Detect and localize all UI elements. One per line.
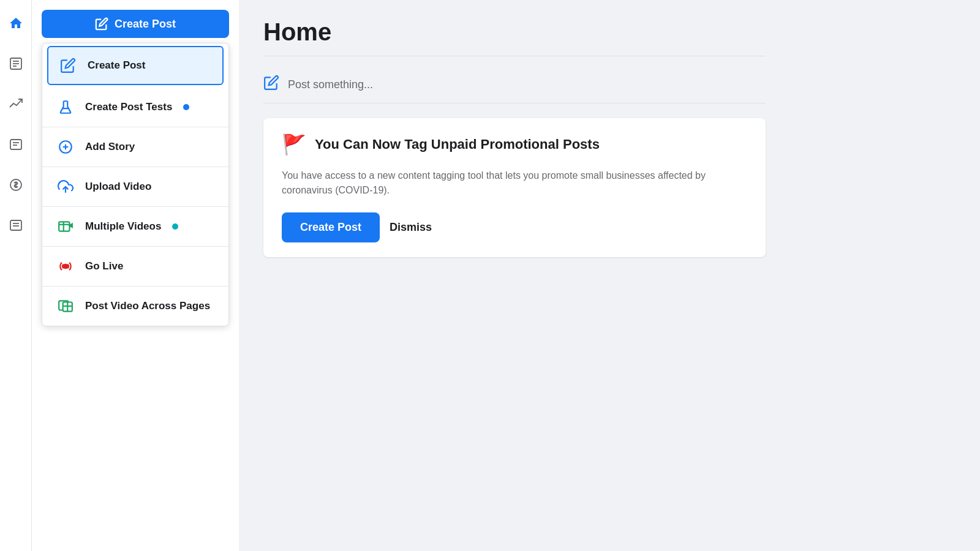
notification-actions: Create Post Dismiss	[282, 212, 747, 242]
icon-rail	[0, 0, 32, 551]
rail-icon-posts[interactable]	[5, 53, 27, 75]
dropdown-menu: Create Post Create Post Tests	[42, 43, 229, 326]
page-title: Home	[263, 18, 766, 46]
post-bar[interactable]: Post something...	[263, 66, 766, 103]
main-inner: Home Post something... 🚩 You Can Now Tag…	[239, 0, 790, 276]
dropdown-item-upload-video[interactable]: Upload Video	[42, 167, 228, 207]
dropdown-item-post-video-across-pages-label: Post Video Across Pages	[85, 300, 210, 312]
create-post-button[interactable]: Create Post	[42, 10, 229, 38]
notification-create-post-button[interactable]: Create Post	[282, 212, 380, 242]
edit-icon	[95, 17, 108, 31]
create-post-tests-badge	[183, 104, 189, 110]
main-content: Home Post something... 🚩 You Can Now Tag…	[239, 0, 980, 551]
rail-icon-insights[interactable]	[5, 93, 27, 115]
dropdown-item-go-live[interactable]: Go Live	[42, 247, 228, 287]
rail-icon-home[interactable]	[5, 12, 27, 34]
rail-icon-settings[interactable]	[5, 214, 27, 236]
sidebar-main: Create Post Create Post	[32, 0, 239, 551]
rail-icon-publishing[interactable]	[5, 133, 27, 156]
multiple-videos-icon	[55, 216, 77, 238]
plus-circle-icon	[55, 136, 77, 158]
divider	[263, 56, 766, 56]
notification-title: You Can Now Tag Unpaid Promotional Posts	[315, 137, 600, 152]
create-post-button-label: Create Post	[115, 18, 176, 31]
multiple-videos-badge	[172, 223, 178, 230]
post-bar-placeholder: Post something...	[288, 78, 373, 91]
dropdown-item-create-post-label: Create Post	[88, 59, 145, 72]
dropdown-item-add-story-label: Add Story	[85, 141, 135, 153]
dropdown-item-multiple-videos[interactable]: Multiple Videos	[42, 207, 228, 247]
dropdown-item-multiple-videos-label: Multiple Videos	[85, 220, 161, 233]
notification-dismiss-button[interactable]: Dismiss	[390, 221, 432, 234]
flag-icon: 🚩	[282, 133, 306, 156]
flask-icon	[55, 96, 77, 118]
upload-icon	[55, 176, 77, 198]
go-live-icon	[55, 255, 77, 277]
notification-body: You have access to a new content tagging…	[282, 168, 747, 198]
svg-rect-4	[10, 140, 21, 149]
sidebar: Create Post Create Post	[0, 0, 239, 551]
svg-point-19	[64, 264, 68, 269]
dropdown-item-go-live-label: Go Live	[85, 260, 123, 272]
notification-card: 🚩 You Can Now Tag Unpaid Promotional Pos…	[263, 118, 766, 257]
dropdown-item-add-story[interactable]: Add Story	[42, 127, 228, 167]
dropdown-item-create-post[interactable]: Create Post	[47, 46, 224, 85]
dropdown-item-create-post-tests-label: Create Post Tests	[85, 101, 172, 113]
svg-rect-8	[10, 220, 21, 230]
multi-page-icon	[55, 295, 77, 317]
dropdown-item-upload-video-label: Upload Video	[85, 181, 151, 193]
notification-header: 🚩 You Can Now Tag Unpaid Promotional Pos…	[282, 133, 747, 156]
rail-icon-monetization[interactable]	[5, 174, 27, 196]
post-bar-icon	[263, 75, 279, 94]
dropdown-item-create-post-tests[interactable]: Create Post Tests	[42, 88, 228, 127]
dropdown-item-post-video-across-pages[interactable]: Post Video Across Pages	[42, 287, 228, 326]
create-post-icon	[57, 54, 79, 77]
